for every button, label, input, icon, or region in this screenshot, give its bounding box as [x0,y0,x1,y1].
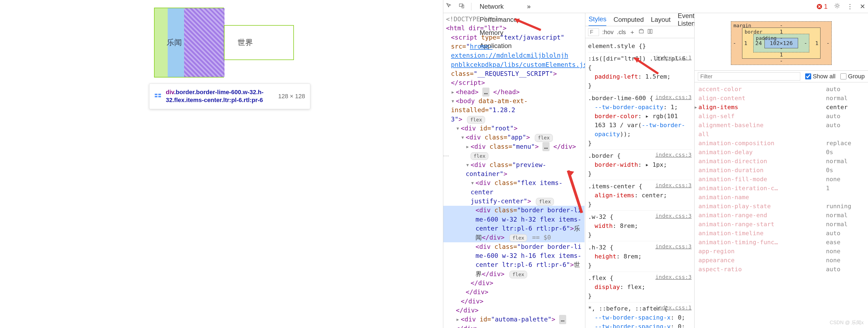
show-all-checkbox[interactable]: Show all [805,73,836,80]
computed-filter-input[interactable] [698,72,800,80]
error-icon [816,4,823,9]
computed-row[interactable]: appearancenone [699,256,864,265]
computed-row[interactable]: ▸align-itemscenter [699,103,864,111]
preview-box-2[interactable]: 世界 [224,25,294,60]
new-rule-icon[interactable]: ＋ [629,28,635,36]
svg-rect-9 [648,29,650,33]
flex-badge[interactable]: flex [536,198,554,205]
styles-tab-strip: StylesComputedLayoutEvent ListenersDOM B… [585,13,694,26]
computed-row[interactable]: app-regionnone [699,247,864,256]
flex-badge[interactable]: flex [535,134,553,142]
box-model-diagram[interactable]: margin - - - - border 1 1 1 1 padding [731,21,831,65]
style-rule[interactable]: element.style {} [588,40,691,53]
hover-dimensions: 128 × 128 [278,93,305,100]
flex-badge[interactable]: flex [467,116,485,124]
settings-icon[interactable] [834,3,840,10]
dom-selected-node[interactable]: <div class="border border-li me-600 w-32… [443,206,585,242]
overlay-margin [155,8,168,77]
computed-row[interactable]: animation-name [699,193,864,202]
expand-icon[interactable]: ▾ [461,133,466,142]
styles-tab-styles[interactable]: Styles [589,13,606,26]
styles-tab-computed[interactable]: Computed [614,16,644,24]
styles-rules[interactable]: element.style {}index.css:1:is([dir="ltr… [585,38,694,328]
grid-icon [154,92,161,101]
computed-filter-bar: Show all Group [694,70,868,83]
inspect-icon[interactable] [446,3,452,10]
computed-list[interactable]: accent-colorautoalign-contentnormal▸alig… [694,83,868,328]
svg-point-7 [836,4,838,6]
computed-row[interactable]: animation-duration0s [699,166,864,175]
hover-classes: .border.border-lime-600.w-32.h-32.flex.i… [166,89,264,103]
watermark: CSDN @ 乐闻x [830,319,864,326]
preview-box-1[interactable]: 乐闻 [154,8,224,77]
ellipsis-icon[interactable]: … [542,142,550,151]
styles-layout-icon[interactable] [647,29,653,36]
expand-icon[interactable]: ▾ [466,160,471,169]
dom-tree[interactable]: <!DOCTYPE html> <html dir="ltr"> <script… [443,13,585,328]
doctype: <!DOCTYPE html> [446,15,585,24]
cls-button[interactable]: .cls [617,29,626,36]
svg-rect-0 [155,94,158,95]
computed-row[interactable]: alignment-baselineauto [699,121,864,130]
flex-badge[interactable]: flex [509,234,527,242]
computed-row[interactable]: animation-play-staterunning [699,202,864,211]
style-rule[interactable]: index.css:3.h-32 {height: 8rem;} [588,241,691,272]
svg-rect-2 [155,96,158,97]
expand-icon[interactable]: ▾ [451,97,456,106]
expand-icon[interactable]: ▾ [471,178,475,188]
computed-row[interactable]: animation-timing-func…ease [699,238,864,247]
computed-row[interactable]: animation-delay0s [699,147,864,157]
expand-icon[interactable]: ▸ [451,88,456,97]
gutter-dots-icon[interactable]: ⋯ [443,152,449,159]
close-icon[interactable]: ✕ [860,3,865,10]
style-rule[interactable]: index.css:3.flex {display: flex;} [588,272,691,302]
top-tab-network[interactable]: Network [478,0,519,13]
flex-badge[interactable]: flex [471,152,488,160]
group-checkbox[interactable]: Group [840,73,865,80]
computed-row[interactable]: all [699,130,864,139]
svg-rect-10 [650,29,652,33]
html-open[interactable]: <html dir="ltr"> [446,25,507,32]
svg-rect-8 [639,30,643,33]
style-rule[interactable]: index.css:1*, ::before, ::after {--tw-bo… [588,302,691,328]
expand-icon[interactable]: ▸ [456,315,461,324]
expand-icon[interactable]: ▸ [466,142,471,151]
hover-breadcrumb: div.border.border-lime-600.w-32.h-32.fle… [166,89,274,104]
computed-row[interactable]: aspect-ratioauto [699,265,864,274]
ellipsis-icon[interactable]: … [559,315,566,324]
svg-rect-3 [158,96,161,97]
styles-tab-event-listeners[interactable]: Event Listeners [678,13,694,26]
computed-drawer-icon[interactable] [639,29,644,36]
expand-icon[interactable]: ▾ [456,124,461,133]
computed-row[interactable]: animation-directionnormal [699,157,864,166]
computed-row[interactable]: animation-fill-modenone [699,175,864,184]
style-rule[interactable]: index.css:3.border {border-width: ▸ 1px;… [588,150,691,180]
devtools-panel: ElementsConsoleSourcesNetworkPerformance… [443,0,868,328]
style-rule[interactable]: index.css:3.items-center {align-items: c… [588,180,691,211]
computed-row[interactable]: animation-iteration-c…1 [699,184,864,193]
error-count-number: 1 [824,3,828,10]
flex-badge[interactable]: flex [509,271,527,278]
style-rule[interactable]: index.css:1:is([dir="ltr"]) .ltr\:pl-6 {… [588,53,691,92]
ext-url-2[interactable]: pnblkcekpdkpa/libs/customElements.js" [451,61,585,68]
page-preview: 乐闻 世界 div.border.border-lime-600.w-32.h-… [0,0,442,328]
device-toolbar-icon[interactable] [459,3,465,10]
computed-row[interactable]: animation-timelineauto [699,229,864,238]
toolbar-separator [471,3,471,10]
computed-row[interactable]: align-contentnormal [699,94,864,103]
style-rule[interactable]: index.css:3.w-32 {width: 8rem;} [588,211,691,241]
error-count[interactable]: 1 [816,3,828,10]
styles-filter-input[interactable] [588,28,599,36]
computed-row[interactable]: accent-colorauto [699,85,864,94]
computed-row[interactable]: animation-compositionreplace [699,139,864,147]
computed-row[interactable]: animation-range-startnormal [699,220,864,229]
kebab-icon[interactable]: ⋮ [847,3,853,10]
computed-row[interactable]: align-selfauto [699,111,864,121]
style-rule[interactable]: index.css:3.border-lime-600 {--tw-border… [588,92,691,150]
ellipsis-icon[interactable]: … [482,88,490,97]
hov-button[interactable]: :hov [602,29,614,36]
computed-row[interactable]: animation-range-endnormal [699,211,864,220]
overlay-content [184,8,224,77]
top-tabs-overflow[interactable]: » [525,0,532,13]
styles-tab-layout[interactable]: Layout [651,16,671,24]
